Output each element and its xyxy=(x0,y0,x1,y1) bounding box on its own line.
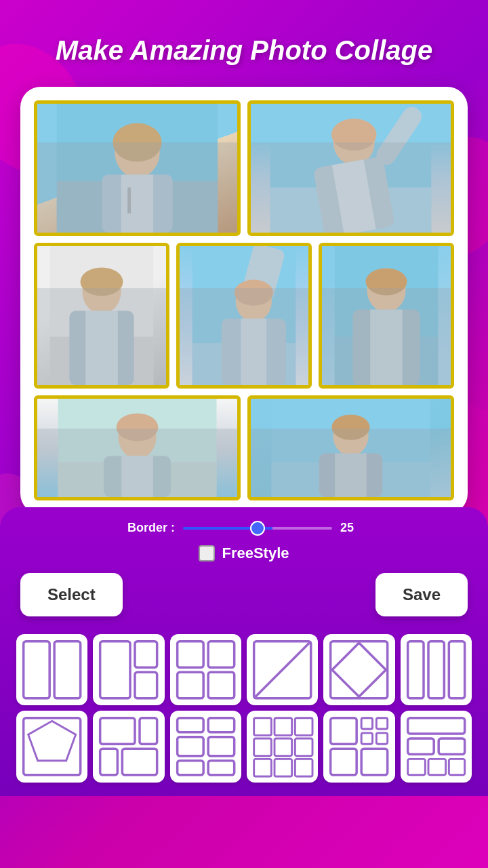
svg-rect-39 xyxy=(121,456,153,497)
svg-rect-77 xyxy=(254,738,272,756)
svg-rect-94 xyxy=(428,760,446,775)
svg-rect-85 xyxy=(377,718,388,729)
svg-rect-65 xyxy=(140,718,157,745)
freestyle-checkbox[interactable] xyxy=(199,545,215,561)
svg-rect-38 xyxy=(104,456,171,497)
svg-point-10 xyxy=(331,119,377,151)
svg-rect-78 xyxy=(274,738,292,756)
svg-rect-53 xyxy=(177,672,203,698)
svg-rect-60 xyxy=(428,642,444,698)
svg-rect-83 xyxy=(331,718,357,745)
svg-marker-58 xyxy=(332,643,386,696)
svg-point-30 xyxy=(365,268,407,295)
svg-rect-69 xyxy=(208,718,235,732)
svg-rect-35 xyxy=(58,462,217,497)
svg-rect-89 xyxy=(362,749,388,776)
svg-rect-11 xyxy=(313,156,395,233)
photo-cell-2[interactable] xyxy=(247,100,454,236)
svg-rect-25 xyxy=(222,319,286,385)
svg-rect-80 xyxy=(254,760,272,777)
svg-rect-91 xyxy=(407,738,434,754)
photo-cell-3[interactable] xyxy=(34,243,169,389)
border-label: Border : xyxy=(127,521,175,535)
layout-item-7[interactable] xyxy=(16,711,87,782)
svg-point-24 xyxy=(235,280,273,306)
border-slider[interactable] xyxy=(183,527,332,530)
freestyle-row: FreeStyle xyxy=(14,545,474,562)
layout-item-5[interactable] xyxy=(323,634,394,705)
svg-rect-47 xyxy=(54,642,81,698)
action-row: Select Save xyxy=(14,573,474,616)
layout-item-10[interactable] xyxy=(247,711,318,782)
svg-rect-1 xyxy=(57,181,218,233)
svg-rect-18 xyxy=(69,311,134,385)
layout-item-12[interactable] xyxy=(401,711,472,782)
svg-rect-66 xyxy=(100,749,118,776)
svg-rect-70 xyxy=(177,737,203,756)
svg-rect-45 xyxy=(335,453,367,497)
svg-rect-84 xyxy=(362,718,373,729)
svg-rect-79 xyxy=(295,738,312,756)
svg-rect-88 xyxy=(331,749,357,776)
svg-rect-72 xyxy=(177,761,203,775)
photo-cell-1[interactable] xyxy=(34,100,241,236)
svg-rect-44 xyxy=(319,453,383,497)
svg-rect-12 xyxy=(332,159,376,233)
svg-rect-87 xyxy=(377,733,388,744)
layout-item-1[interactable] xyxy=(16,634,87,705)
svg-rect-59 xyxy=(407,642,423,698)
svg-line-56 xyxy=(254,642,311,698)
svg-rect-4 xyxy=(102,175,173,233)
svg-rect-57 xyxy=(331,642,388,698)
svg-rect-15 xyxy=(50,336,154,385)
svg-rect-82 xyxy=(295,760,312,777)
svg-rect-74 xyxy=(254,718,272,736)
border-value: 25 xyxy=(340,521,361,535)
svg-rect-41 xyxy=(272,462,430,497)
svg-rect-27 xyxy=(335,246,439,385)
svg-rect-49 xyxy=(135,642,157,668)
bottom-panel: Border : 25 FreeStyle Select Save xyxy=(0,507,488,796)
save-button[interactable]: Save xyxy=(375,573,468,616)
svg-rect-61 xyxy=(449,642,464,698)
layout-item-11[interactable] xyxy=(323,711,394,782)
layout-item-8[interactable] xyxy=(93,711,164,782)
svg-rect-67 xyxy=(123,749,157,776)
photo-cell-5[interactable] xyxy=(319,243,454,389)
svg-rect-5 xyxy=(121,175,154,233)
svg-rect-51 xyxy=(177,642,203,668)
layout-item-4[interactable] xyxy=(247,634,318,705)
photo-cell-6[interactable] xyxy=(34,395,241,500)
layout-item-6[interactable] xyxy=(401,634,472,705)
svg-rect-90 xyxy=(407,718,464,734)
svg-rect-81 xyxy=(274,760,292,777)
photo-cell-7[interactable] xyxy=(247,395,454,500)
layout-item-2[interactable] xyxy=(93,634,164,705)
svg-marker-63 xyxy=(28,722,76,761)
layout-item-3[interactable] xyxy=(170,634,241,705)
layout-grid xyxy=(14,627,474,796)
svg-rect-31 xyxy=(352,309,420,385)
svg-point-37 xyxy=(117,414,159,441)
header: Make Amazing Photo Collage xyxy=(0,0,488,80)
svg-rect-28 xyxy=(335,336,439,385)
svg-rect-64 xyxy=(100,718,135,745)
photo-cell-4[interactable] xyxy=(176,243,312,389)
svg-rect-26 xyxy=(241,319,266,385)
svg-rect-6 xyxy=(127,188,131,214)
svg-rect-54 xyxy=(208,672,235,698)
svg-rect-75 xyxy=(274,718,292,736)
border-control-row: Border : 25 xyxy=(14,521,474,535)
collage-middle-row xyxy=(34,243,454,389)
svg-rect-50 xyxy=(135,672,157,698)
svg-rect-40 xyxy=(272,399,430,497)
select-button[interactable]: Select xyxy=(20,573,123,616)
svg-rect-95 xyxy=(449,760,464,775)
freestyle-label: FreeStyle xyxy=(222,545,289,562)
app-title: Make Amazing Photo Collage xyxy=(14,34,474,66)
svg-rect-92 xyxy=(439,738,465,754)
collage-card xyxy=(20,87,468,514)
layout-item-9[interactable] xyxy=(170,711,241,782)
svg-rect-21 xyxy=(192,343,296,385)
svg-rect-32 xyxy=(370,309,403,385)
